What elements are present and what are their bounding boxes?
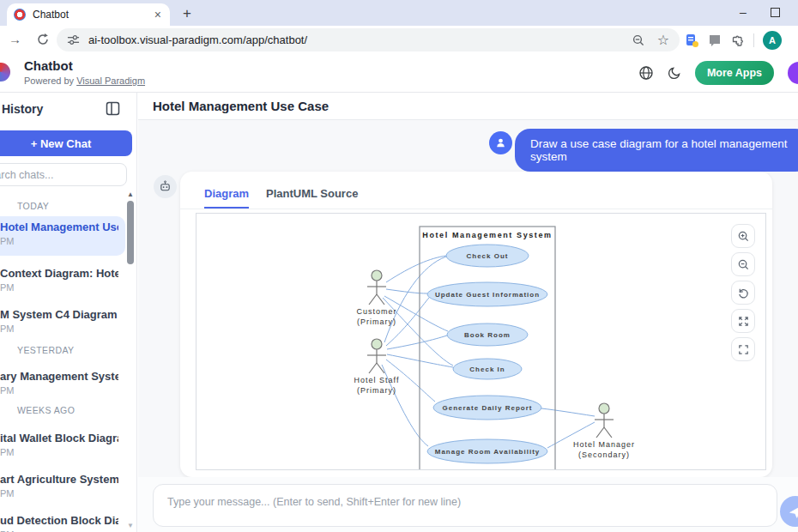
history-title: History bbox=[2, 102, 106, 116]
more-apps-button[interactable]: More Apps bbox=[695, 61, 774, 85]
chat-item-c4-diagram[interactable]: M System C4 Diagram PM bbox=[0, 304, 125, 343]
zoom-in-button[interactable] bbox=[731, 224, 755, 248]
chat-time: PM bbox=[0, 447, 118, 457]
tab-divider bbox=[180, 209, 772, 209]
toolbar-separator bbox=[753, 33, 754, 47]
uml-use-case-diagram: Hotel Management System Check Out Update… bbox=[196, 214, 765, 469]
url-bar[interactable]: ai-toolbox.visual-paradigm.com/app/chatb… bbox=[57, 28, 680, 51]
tab-title: Chatbot bbox=[33, 9, 153, 21]
user-message-bubble: Draw a use case diagram for a hotel mana… bbox=[515, 129, 798, 172]
url-text: ai-toolbox.visual-paradigm.com/app/chatb… bbox=[88, 33, 632, 46]
app-logo-icon bbox=[0, 63, 10, 82]
chat-title: ital Wallet Block Diagram bbox=[0, 432, 118, 444]
browser-navbar: → ai-toolbox.visual-paradigm.com/app/cha… bbox=[0, 26, 798, 53]
assistant-response-card: Diagram PlantUML Source bbox=[180, 172, 772, 477]
chat-item-fraud-detection[interactable]: ud Detection Block Diagr... PM bbox=[0, 510, 125, 532]
extension-docs-icon[interactable] bbox=[685, 33, 699, 48]
actor-customer-role: (Primary) bbox=[357, 317, 396, 326]
zoom-out-icon bbox=[737, 258, 750, 271]
extension-flag-icon[interactable] bbox=[708, 33, 722, 47]
fullscreen-icon bbox=[737, 343, 750, 356]
chat-main-panel: Hotel Management Use Case Draw a use cas… bbox=[138, 93, 798, 532]
app-title: Chatbot bbox=[24, 58, 73, 73]
actor-staff-name: Hotel Staff bbox=[354, 376, 400, 384]
message-composer bbox=[138, 477, 798, 532]
search-chats-input[interactable] bbox=[0, 163, 127, 186]
send-button[interactable] bbox=[780, 496, 798, 527]
chat-time: PM bbox=[0, 488, 118, 499]
extensions-puzzle-icon[interactable] bbox=[730, 33, 745, 48]
new-tab-button[interactable]: + bbox=[177, 3, 197, 24]
section-label-today: TODAY bbox=[0, 201, 49, 211]
actor-manager-role: (Secondary) bbox=[578, 450, 630, 459]
collapse-sidebar-icon[interactable] bbox=[106, 101, 120, 116]
page-zoom-icon[interactable] bbox=[632, 33, 645, 47]
assistant-avatar bbox=[154, 175, 177, 198]
chat-title: M System C4 Diagram bbox=[0, 308, 118, 321]
chat-history-list: TODAY Hotel Management Use Case PM Conte… bbox=[0, 189, 137, 532]
actor-customer bbox=[367, 270, 386, 305]
system-title: Hotel Management System bbox=[422, 231, 552, 239]
actor-manager-name: Hotel Manager bbox=[573, 440, 635, 449]
actor-hotel-manager bbox=[595, 403, 614, 438]
scroll-up-icon[interactable]: ▲ bbox=[126, 190, 135, 198]
actor-customer-name: Customer bbox=[356, 307, 396, 316]
chat-item-library-system[interactable]: ary Management System... PM bbox=[0, 366, 125, 405]
use-case-check-out: Check Out bbox=[466, 252, 508, 260]
chat-title: ary Management System... bbox=[0, 370, 118, 383]
section-label-weeks-ago: WEEKS AGO bbox=[0, 405, 75, 415]
favicon-icon bbox=[14, 9, 26, 21]
visual-paradigm-link[interactable]: Visual Paradigm bbox=[76, 76, 145, 86]
fit-to-screen-button[interactable] bbox=[731, 309, 755, 333]
window-minimize-button[interactable]: – bbox=[735, 2, 752, 22]
scrollbar-thumb[interactable] bbox=[127, 201, 134, 264]
browser-profile-avatar[interactable]: A bbox=[763, 31, 782, 50]
browser-tab-strip: Chatbot × + – bbox=[0, 0, 798, 26]
powered-by: Powered by Visual Paradigm bbox=[24, 76, 145, 86]
person-icon bbox=[494, 136, 507, 149]
message-input[interactable] bbox=[153, 484, 777, 527]
window-maximize-button[interactable] bbox=[771, 8, 780, 17]
use-case-manage-rooms: Manage Room Availability bbox=[435, 448, 541, 456]
chat-item-hotel-use-case[interactable]: Hotel Management Use Case PM bbox=[0, 216, 125, 256]
bookmark-star-icon[interactable]: ☆ bbox=[657, 32, 669, 48]
app-user-avatar[interactable] bbox=[788, 62, 798, 84]
chat-item-smart-agriculture[interactable]: art Agriculture System Ar... PM bbox=[0, 469, 125, 508]
chat-item-digital-wallet[interactable]: ital Wallet Block Diagram PM bbox=[0, 427, 125, 467]
site-settings-icon[interactable] bbox=[67, 33, 80, 46]
user-avatar bbox=[489, 131, 512, 154]
send-plane-icon bbox=[789, 505, 798, 519]
use-case-diagram-canvas[interactable]: Hotel Management System Check Out Update… bbox=[196, 213, 766, 470]
zoom-in-icon bbox=[737, 230, 750, 243]
browser-tab[interactable]: Chatbot × bbox=[7, 3, 170, 26]
chat-time: PM bbox=[0, 385, 118, 396]
fullscreen-button[interactable] bbox=[731, 337, 755, 361]
tab-close-icon[interactable]: × bbox=[153, 8, 163, 21]
chat-title: art Agriculture System Ar... bbox=[0, 473, 118, 486]
chat-time: PM bbox=[0, 236, 118, 246]
reset-view-button[interactable] bbox=[731, 281, 755, 305]
tab-diagram[interactable]: Diagram bbox=[204, 187, 249, 209]
tab-plantuml-source[interactable]: PlantUML Source bbox=[266, 187, 358, 207]
reload-icon[interactable] bbox=[36, 33, 50, 46]
history-sidebar: History + New Chat TODAY Hotel Managemen… bbox=[0, 93, 137, 532]
use-case-check-in: Check In bbox=[469, 366, 505, 373]
use-case-update-guest: Update Guest Information bbox=[435, 291, 540, 299]
section-label-yesterday: YESTERDAY bbox=[0, 345, 74, 355]
chat-title: Hotel Management Use Case bbox=[0, 221, 118, 233]
new-chat-button[interactable]: + New Chat bbox=[0, 130, 132, 156]
sidebar-scrollbar[interactable]: ▲ ▼ bbox=[126, 189, 135, 532]
chat-title: ud Detection Block Diagr... bbox=[0, 514, 118, 527]
conversation-header: Hotel Management Use Case bbox=[138, 93, 798, 120]
expand-arrows-icon bbox=[737, 315, 750, 328]
chat-title: Context Diagram: Hotel ... bbox=[0, 267, 118, 280]
diagram-zoom-controls bbox=[731, 224, 755, 361]
use-case-book-room: Book Room bbox=[464, 331, 511, 339]
chat-time: PM bbox=[0, 282, 118, 293]
scroll-down-icon[interactable]: ▼ bbox=[126, 522, 135, 529]
globe-icon[interactable] bbox=[638, 65, 654, 81]
chat-item-context-diagram[interactable]: Context Diagram: Hotel ... PM bbox=[0, 263, 125, 302]
forward-icon[interactable]: → bbox=[9, 32, 21, 46]
zoom-out-button[interactable] bbox=[731, 252, 755, 276]
dark-mode-moon-icon[interactable] bbox=[668, 66, 681, 80]
